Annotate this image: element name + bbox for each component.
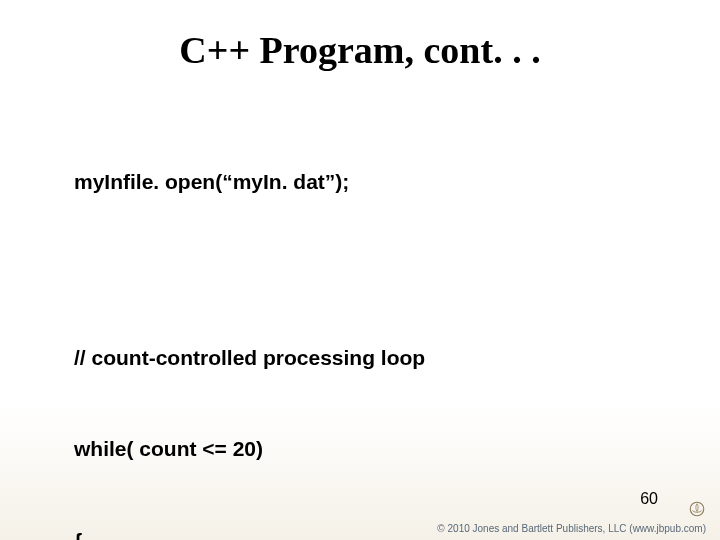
slide-title: C++ Program, cont. . . bbox=[40, 28, 680, 72]
blank-line bbox=[52, 258, 680, 282]
publisher-logo-icon bbox=[688, 500, 706, 518]
footer-url: (www.jbpub.com) bbox=[629, 523, 706, 534]
footer-copyright: © 2010 Jones and Bartlett Publishers, LL… bbox=[437, 523, 626, 534]
code-block: myInfile. open(“myIn. dat”); // count-co… bbox=[40, 106, 680, 540]
code-line-open: myInfile. open(“myIn. dat”); bbox=[52, 167, 680, 197]
footer: © 2010 Jones and Bartlett Publishers, LL… bbox=[437, 523, 706, 534]
page-number: 60 bbox=[640, 490, 658, 508]
code-line-comment: // count-controlled processing loop bbox=[52, 343, 680, 373]
slide: C++ Program, cont. . . myInfile. open(“m… bbox=[0, 0, 720, 540]
code-line-while: while( count <= 20) bbox=[52, 434, 680, 464]
